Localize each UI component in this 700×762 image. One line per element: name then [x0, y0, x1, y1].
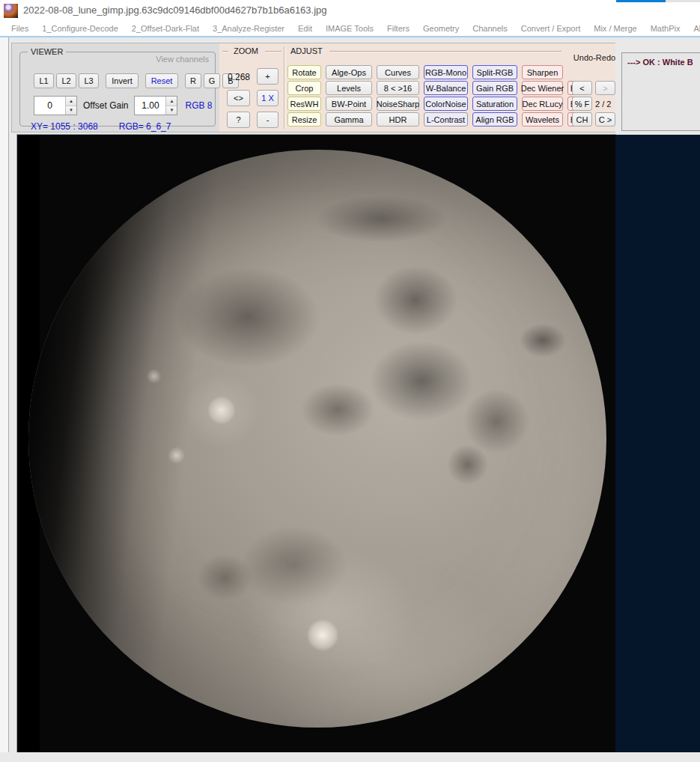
viewer-panel-title: VIEWER — [28, 47, 66, 56]
spacer — [567, 65, 579, 79]
reset-button[interactable]: Reset — [145, 73, 178, 88]
zoom-legend-line-left — [222, 51, 228, 52]
layer1-button[interactable]: L1 — [34, 73, 54, 88]
zoom-legend-line-right — [265, 51, 281, 52]
status-box: ---> OK : White B — [621, 52, 700, 131]
undo-redo-label: Undo-Redo — [572, 53, 617, 62]
red-channel-button[interactable]: R — [185, 73, 201, 88]
title-bar: 2022-08-08_lune_gimp.jpg.63c9dc09146dbf0… — [0, 0, 700, 21]
menu-item-filters[interactable]: Filters — [380, 24, 416, 33]
menu-item-analyze-register[interactable]: 3_Analyze-Register — [206, 24, 291, 33]
green-channel-button[interactable]: G — [204, 73, 220, 88]
menu-item-mix-merge[interactable]: Mix / Merge — [587, 24, 643, 33]
dec-rlucy-button[interactable]: Dec RLucy — [522, 97, 563, 111]
reswh-button[interactable]: ResWH — [287, 97, 321, 111]
zoom-out-button[interactable]: - — [257, 112, 279, 128]
rotate-button[interactable]: Rotate — [287, 65, 321, 79]
menu-item-configure-decode[interactable]: 1_Configure-Decode — [35, 24, 125, 33]
redo-button[interactable]: > — [595, 81, 615, 95]
menu-underline — [0, 36, 700, 37]
l-contrast-button[interactable]: L-Contrast — [424, 112, 468, 127]
app-icon — [4, 4, 18, 18]
adjust-panel-title: ADJUST — [287, 46, 326, 55]
sharpen-button[interactable]: Sharpen — [522, 65, 563, 79]
ch-button[interactable]: CH — [572, 112, 592, 127]
menu-item-mathpix[interactable]: MathPix — [644, 24, 687, 33]
layer2-button[interactable]: L2 — [56, 73, 76, 88]
menu-item-edit[interactable]: Edit — [291, 24, 319, 33]
rgb8-label: RGB 8 — [185, 100, 212, 111]
moon-terminator-shadow — [28, 150, 606, 728]
split-rgb-button[interactable]: Split-RGB — [472, 65, 517, 79]
gain-spin-down-button[interactable]: ▼ — [166, 106, 177, 115]
rgb-readout: RGB= 6_6_7 — [119, 121, 171, 132]
curves-button[interactable]: Curves — [377, 65, 419, 79]
bit-depth-button[interactable]: 8 < >16 — [377, 81, 419, 95]
status-message: ---> OK : White B — [627, 58, 693, 67]
percent-f-button[interactable]: % F — [572, 97, 592, 111]
menu-item-geometry[interactable]: Geometry — [416, 24, 466, 33]
menu-item-channels[interactable]: Channels — [466, 24, 514, 33]
zoom-fit-button[interactable]: <> — [227, 90, 250, 106]
alge-ops-button[interactable]: Alge-Ops — [326, 65, 372, 79]
rgb-mono-button[interactable]: RGB-Mono — [424, 65, 468, 79]
layer3-button[interactable]: L3 — [79, 73, 99, 88]
window-title: 2022-08-08_lune_gimp.jpg.63c9dc09146dbf0… — [23, 4, 327, 16]
zoom-adjust-divider — [284, 46, 284, 129]
top-accent-bar — [616, 0, 666, 2]
menu-item-offset-dark-flat[interactable]: 2_Offset-Dark-Flat — [125, 24, 206, 33]
zoom-value: 0.268 — [228, 72, 250, 82]
zoom-panel-title: ZOOM — [231, 46, 261, 55]
crop-button[interactable]: Crop — [287, 81, 321, 95]
adjust-grid: Rotate Alge-Ops Curves RGB-Mono Split-RG… — [287, 65, 579, 127]
offset-spin-down-button[interactable]: ▼ — [66, 106, 76, 115]
w-balance-button[interactable]: W-Balance — [424, 81, 468, 95]
gain-rgb-button[interactable]: Gain RGB — [472, 81, 517, 95]
levels-button[interactable]: Levels — [326, 81, 372, 95]
offset-gain-label: Offset Gain — [83, 100, 128, 111]
menu-item-image-tools[interactable]: IMAGE Tools — [319, 24, 380, 33]
gamma-button[interactable]: Gamma — [326, 112, 372, 127]
hdr-button[interactable]: HDR — [377, 112, 419, 127]
view-channels-label: View channels — [156, 55, 209, 64]
gain-spin-up-button[interactable]: ▲ — [166, 97, 177, 106]
menu-bar: Files 1_Configure-Decode 2_Offset-Dark-F… — [0, 21, 700, 36]
c-next-button[interactable]: C > — [595, 112, 615, 127]
align-rgb-button[interactable]: Align RGB — [472, 112, 517, 127]
adjust-legend-line — [329, 51, 561, 52]
zoom-in-button[interactable]: + — [257, 68, 279, 85]
menu-item-about[interactable]: About — [687, 24, 700, 33]
left-margin — [0, 37, 8, 762]
zoom-1x-button[interactable]: 1 X — [257, 90, 279, 106]
dec-wiener-button[interactable]: Dec Wiener — [522, 81, 563, 95]
canvas-side-panel — [615, 135, 700, 752]
top-accent-gray — [666, 0, 700, 2]
wavelets-button[interactable]: Wavelets — [522, 112, 563, 127]
offset-spinner: 0 ▲ ▼ — [34, 96, 77, 115]
menu-item-convert-export[interactable]: Convert / Export — [514, 24, 587, 33]
saturation-button[interactable]: Saturation — [472, 97, 517, 111]
menu-item-files[interactable]: Files — [4, 24, 35, 33]
zoom-help-button[interactable]: ? — [227, 112, 250, 128]
gain-value[interactable]: 1.00 — [135, 97, 165, 115]
left-margin-line — [8, 37, 9, 762]
viewer-panel: VIEWER View channels L1 L2 L3 Invert Res… — [19, 52, 216, 127]
image-viewer-canvas[interactable] — [17, 135, 615, 752]
toolbar: VIEWER View channels L1 L2 L3 Invert Res… — [11, 43, 615, 132]
bw-point-button[interactable]: BW-Point — [326, 97, 372, 111]
xy-readout: XY= 1055 : 3068 — [31, 121, 98, 132]
undo-button[interactable]: < — [572, 81, 592, 95]
bottom-strip — [0, 752, 700, 762]
offset-value[interactable]: 0 — [34, 97, 65, 115]
resize-button[interactable]: Resize — [287, 112, 321, 127]
history-counter: 2 / 2 — [595, 100, 611, 109]
gain-spinner: 1.00 ▲ ▼ — [134, 96, 177, 115]
offset-spin-up-button[interactable]: ▲ — [66, 97, 76, 106]
noisesharp-button[interactable]: NoiseSharp — [377, 97, 419, 111]
invert-button[interactable]: Invert — [106, 73, 139, 88]
colornoise-button[interactable]: ColorNoise — [424, 97, 468, 111]
